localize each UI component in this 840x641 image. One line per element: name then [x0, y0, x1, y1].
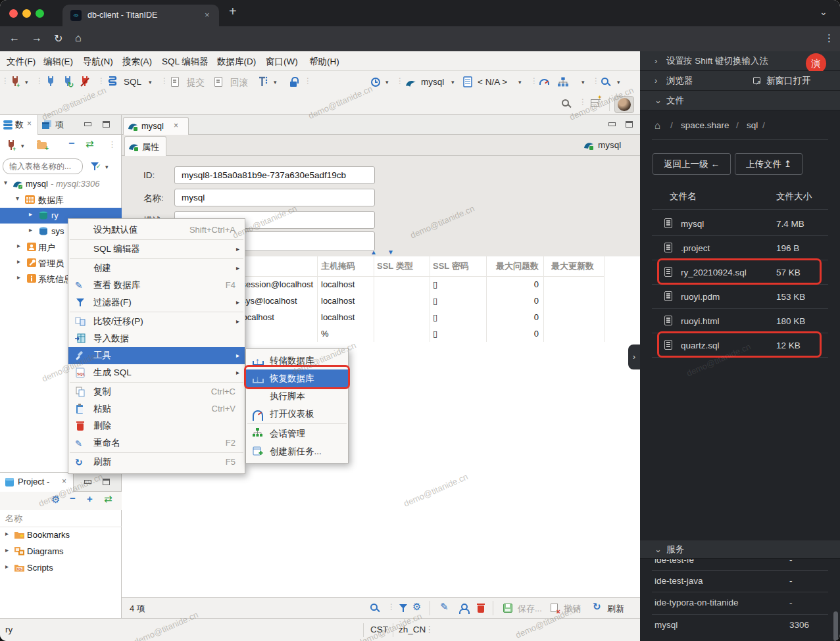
disconnect-icon[interactable]: [79, 76, 91, 88]
view-menu-icon[interactable]: ⋮: [108, 139, 116, 149]
transaction-dropdown-icon[interactable]: ▾: [274, 79, 277, 85]
expander-icon[interactable]: ▸: [17, 242, 20, 249]
section-files[interactable]: ⌄ 文件: [640, 91, 840, 110]
menu-item-sql-editor[interactable]: SQL 编辑器▸: [68, 241, 245, 258]
filter-dropdown-icon[interactable]: ▾: [105, 164, 109, 170]
expand-all-icon[interactable]: +: [87, 493, 93, 504]
rollback-button[interactable]: 回滚: [230, 77, 248, 89]
submenu-item-create-task[interactable]: 创建新任务...: [246, 442, 348, 460]
column-header[interactable]: 主机掩码: [321, 256, 355, 276]
back-parent-button[interactable]: 返回上一级 ←: [653, 153, 731, 175]
expander-icon[interactable]: ▸: [5, 563, 9, 570]
tab-project[interactable]: Project - ×: [0, 473, 74, 492]
menu-item-delete[interactable]: 删除: [68, 417, 245, 435]
menu-search[interactable]: 搜索(A): [122, 56, 152, 68]
home-icon[interactable]: ⌂: [655, 120, 660, 131]
menu-item-filter[interactable]: 过滤器(F)▸: [68, 294, 245, 311]
menu-help[interactable]: 帮助(H): [309, 56, 339, 68]
expander-icon[interactable]: ▾: [4, 179, 7, 186]
breadcrumb-item[interactable]: space.share: [681, 120, 729, 130]
undo-button[interactable]: 撤销: [564, 603, 581, 615]
menu-item-set-default[interactable]: 设为默认值Shift+Ctrl+A: [68, 222, 245, 239]
link-with-editor-icon[interactable]: ⇄: [104, 493, 112, 505]
maximize-editor-icon[interactable]: [626, 121, 633, 128]
open-new-window-button[interactable]: 新窗口打开: [766, 71, 811, 91]
tab-close-icon[interactable]: ×: [205, 10, 210, 20]
dropdown-icon[interactable]: ▾: [21, 143, 24, 149]
project-item-scripts[interactable]: ▸ SQL Scripts: [0, 560, 122, 577]
menu-sql-editor[interactable]: SQL 编辑器: [162, 56, 209, 68]
tree-item-connection[interactable]: ▾ ✓ mysql - mysql:3306: [0, 176, 122, 192]
tab-properties[interactable]: 属性: [124, 136, 166, 156]
status-kebab-icon[interactable]: ⋮: [425, 624, 434, 634]
menu-window[interactable]: 窗口(W): [266, 56, 298, 68]
menu-item-view-database[interactable]: ✎查看 数据库F4: [68, 277, 245, 294]
new-connection-dropdown-icon[interactable]: ▾: [25, 79, 28, 85]
file-row[interactable]: ruoyi.html 180 KB: [640, 309, 840, 333]
transaction-filter-icon[interactable]: [258, 76, 268, 88]
home-icon[interactable]: ⌂: [75, 32, 82, 44]
quick-search-icon[interactable]: [562, 99, 569, 107]
menu-item-refresh[interactable]: ↻刷新F5: [68, 454, 245, 471]
add-user-icon[interactable]: [458, 604, 468, 613]
menu-item-generate-sql[interactable]: SQL生成 SQL▸: [68, 364, 245, 381]
collapse-all-icon[interactable]: −: [68, 137, 74, 149]
window-zoom-button[interactable]: [36, 9, 44, 18]
grid-search-icon[interactable]: [370, 604, 378, 611]
column-header[interactable]: SSL 密码: [433, 256, 469, 276]
table-filter-input[interactable]: [3, 158, 83, 174]
submenu-item-restore-database[interactable]: 恢复数据库: [246, 369, 348, 387]
active-database-select[interactable]: < N/A >: [478, 77, 507, 87]
breadcrumb-item[interactable]: sql: [747, 120, 758, 130]
search-dropdown-icon[interactable]: ▾: [617, 79, 620, 85]
service-row[interactable]: ide-test-java -: [640, 571, 840, 592]
revert-icon[interactable]: [551, 604, 558, 612]
back-icon[interactable]: ←: [9, 32, 20, 44]
new-folder-icon[interactable]: [37, 142, 47, 149]
tab-search-chevron-icon[interactable]: ⌄: [820, 7, 828, 17]
expander-icon[interactable]: ▾: [16, 195, 19, 202]
window-close-button[interactable]: [9, 9, 18, 18]
transaction-log-clock-icon[interactable]: [371, 78, 380, 87]
submenu-item-open-dashboard[interactable]: 打开仪表板: [246, 405, 348, 423]
save-icon[interactable]: [503, 604, 512, 613]
gear-icon[interactable]: ⚙: [51, 494, 60, 506]
browser-tab[interactable]: ‹t› db-client - TitanIDE ×: [62, 5, 219, 26]
expander-icon[interactable]: ▸: [29, 226, 32, 233]
editor-tab-mysql[interactable]: mysql ×: [123, 117, 189, 135]
commit-icon[interactable]: [171, 77, 179, 87]
database-dropdown-icon[interactable]: ▾: [518, 79, 522, 85]
delete-row-icon[interactable]: [477, 604, 485, 613]
active-connection-select[interactable]: mysql: [421, 77, 444, 87]
edit-pencil-icon[interactable]: ✎: [440, 601, 449, 613]
section-browser[interactable]: › 浏览器 ↗ 新窗口打开: [640, 71, 840, 91]
forward-icon[interactable]: →: [32, 32, 42, 44]
new-connection-icon[interactable]: +: [9, 76, 21, 88]
collapse-all-icon[interactable]: −: [70, 492, 76, 504]
reload-icon[interactable]: ↻: [54, 32, 62, 45]
status-timezone[interactable]: CST: [370, 625, 388, 634]
file-row-highlighted[interactable]: quartz.sql 12 KB: [640, 333, 840, 358]
menu-item-rename[interactable]: ✎重命名F2: [68, 435, 245, 452]
file-row[interactable]: mysql 7.4 MB: [640, 212, 840, 236]
project-item-diagrams[interactable]: ▸ Diagrams: [0, 544, 122, 560]
minimize-editor-icon[interactable]: [608, 122, 616, 126]
project-item-bookmarks[interactable]: ▸ Bookmarks: [0, 527, 122, 544]
maximize-view-icon[interactable]: [103, 121, 110, 128]
splitter-collapse-icon[interactable]: ▲: [370, 249, 377, 256]
submenu-item-session-manager[interactable]: 会话管理: [246, 425, 348, 442]
menu-navigate[interactable]: 导航(N): [83, 56, 113, 68]
menu-item-compare-migrate[interactable]: 比较/迁移(P)▸: [68, 313, 245, 330]
expander-icon[interactable]: ▸: [17, 273, 20, 281]
tree-item-databases[interactable]: ▾ 数据库: [0, 192, 122, 208]
status-locale[interactable]: zh_CN: [399, 625, 426, 634]
tab-close-icon[interactable]: ×: [174, 121, 178, 130]
panel-collapse-handle[interactable]: ›: [628, 344, 640, 369]
sql-mode-dropdown-icon[interactable]: ▾: [149, 79, 152, 85]
sql-mode-button[interactable]: SQL: [124, 77, 141, 87]
connect-icon[interactable]: [45, 76, 57, 88]
service-row[interactable]: ide-typora-on-titanide -: [640, 592, 840, 613]
tab-close-icon[interactable]: ×: [27, 119, 32, 128]
refresh-button[interactable]: 刷新: [607, 603, 624, 615]
transaction-log-dropdown-icon[interactable]: ▾: [385, 79, 389, 85]
